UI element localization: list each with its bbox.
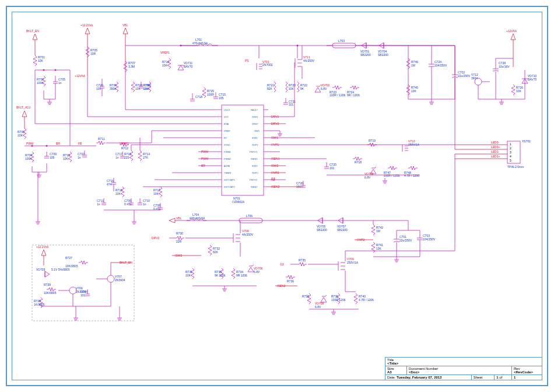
svg-text:G2: G2 bbox=[280, 262, 284, 266]
svg-text:9K: 9K bbox=[300, 87, 304, 90]
svg-text:4: 4 bbox=[510, 155, 511, 158]
svg-text:104/250V: 104/250V bbox=[434, 64, 447, 67]
svg-text:6.8V: 6.8V bbox=[364, 176, 371, 179]
svg-text:10R: 10R bbox=[90, 52, 96, 55]
r729: R72910K/0805 bbox=[44, 283, 57, 295]
svg-text:470uH/0.5A: 470uH/0.5A bbox=[192, 41, 208, 45]
r736: R736 bbox=[286, 275, 295, 283]
svg-text:BAV70: BAV70 bbox=[184, 65, 192, 68]
l701: L701 470uH/0.5A bbox=[181, 38, 218, 46]
svg-text:ISW2: ISW2 bbox=[252, 164, 258, 167]
v708: V7084A/250V bbox=[233, 220, 254, 257]
svg-text:DRV2: DRV2 bbox=[252, 123, 258, 125]
r739: R739100R 1206 bbox=[331, 293, 346, 304]
c718: C718 bbox=[190, 93, 202, 101]
flag-bklt-en: BKLT_EN bbox=[26, 29, 39, 55]
svg-text:VBL: VBL bbox=[176, 216, 182, 220]
svg-text:R736: R736 bbox=[287, 279, 294, 283]
svg-text:10K: 10K bbox=[115, 192, 121, 195]
svg-text:R719: R719 bbox=[369, 139, 376, 142]
svg-text:250V/1A: 250V/1A bbox=[347, 261, 359, 264]
v701: V7012N7002 bbox=[257, 60, 273, 70]
svg-text:22R: 22R bbox=[176, 240, 182, 243]
svg-text:101: 101 bbox=[80, 293, 86, 297]
svg-text:G1: G1 bbox=[271, 177, 275, 180]
r723: R723120R / 1206 bbox=[329, 86, 345, 97]
r731: R73110K bbox=[185, 268, 194, 279]
svg-text:5.1V 5%/0805: 5.1V 5%/0805 bbox=[51, 268, 70, 271]
svg-text:OVP2: OVP2 bbox=[252, 172, 258, 174]
svg-text:3904: 3904 bbox=[471, 76, 478, 80]
vd707: VD707SB2200 bbox=[337, 218, 348, 232]
svg-text:R718: R718 bbox=[355, 160, 362, 164]
svg-text:R727: R727 bbox=[65, 256, 72, 260]
svg-text:225: 225 bbox=[124, 156, 129, 159]
titleblock: Title<Title> SizeA3 Document Number<Doc>… bbox=[385, 357, 542, 380]
svg-text:101: 101 bbox=[289, 103, 294, 106]
svg-text:6.8V: 6.8V bbox=[315, 305, 321, 309]
c728: C72810u/16V bbox=[493, 58, 510, 99]
svg-text:SB2200: SB2200 bbox=[337, 228, 348, 232]
r726: R72610K bbox=[511, 85, 523, 95]
r742: R7421M bbox=[371, 225, 383, 235]
svg-text:10K: 10K bbox=[289, 87, 294, 90]
svg-text:+12VAA: +12VAA bbox=[75, 74, 86, 78]
svg-text:10K: 10K bbox=[38, 59, 44, 62]
svg-text:100K: 100K bbox=[25, 157, 32, 160]
svg-text:22u/250V: 22u/250V bbox=[399, 239, 412, 242]
c726: C726101 bbox=[296, 181, 306, 188]
svg-text:100K: 100K bbox=[37, 81, 44, 85]
svg-text:DRV1: DRV1 bbox=[252, 116, 258, 118]
r722: R7229K bbox=[297, 82, 307, 92]
ic-n701: N701 OZ9902A UVLSFAULT VCCDRV1 ENADRV2 V… bbox=[217, 105, 268, 204]
r717: R71710K bbox=[153, 187, 162, 197]
svg-text:2N7002: 2N7002 bbox=[262, 63, 273, 66]
svg-text:LED0+: LED0+ bbox=[491, 145, 500, 149]
svg-text:R729: R729 bbox=[44, 283, 51, 286]
svg-text:1n: 1n bbox=[115, 156, 119, 159]
xs701: XS701 TPIN-2.0mm LED0- LED0+ LED1- LED1+… bbox=[455, 139, 531, 169]
svg-point-131 bbox=[55, 69, 57, 71]
r720: R72010K bbox=[286, 82, 296, 92]
svg-text:101: 101 bbox=[296, 185, 301, 188]
svg-text:TIMER: TIMER bbox=[224, 172, 232, 174]
c724: C724104/250V bbox=[429, 46, 447, 99]
svg-text:SYNC: SYNC bbox=[224, 144, 230, 146]
vd701: VD701SB2200 bbox=[360, 43, 371, 57]
svg-text:VREF1: VREF1 bbox=[160, 51, 170, 54]
svg-text:10K/0805: 10K/0805 bbox=[44, 291, 57, 295]
svg-text:82K: 82K bbox=[213, 250, 219, 254]
svg-text:10K: 10K bbox=[516, 89, 522, 93]
vd711: VD711BAV70 bbox=[178, 61, 193, 70]
svg-text:PS: PS bbox=[245, 59, 249, 62]
c703: C703104/250V bbox=[417, 230, 436, 257]
flag-12vaa: +12VAA bbox=[506, 29, 517, 67]
svg-text:ADIM: ADIM bbox=[224, 164, 230, 167]
c701: C70122u/250V bbox=[394, 230, 412, 257]
r715: R71510K bbox=[63, 152, 72, 162]
svg-text:390K: 390K bbox=[110, 87, 117, 90]
svg-text:470uH/0.5A: 470uH/0.5A bbox=[190, 216, 205, 220]
svg-text:0.47u: 0.47u bbox=[124, 202, 132, 206]
svg-text:R735: R735 bbox=[299, 258, 306, 262]
c706: C7060.47u bbox=[124, 198, 134, 206]
svg-text:105: 105 bbox=[219, 96, 224, 100]
l706: L706 bbox=[239, 214, 262, 223]
r710: R71010K bbox=[162, 58, 171, 69]
svg-text:9R 1206: 9R 1206 bbox=[236, 274, 247, 277]
svg-text:82K: 82K bbox=[267, 87, 273, 90]
vd708: VD7086.8V bbox=[315, 295, 327, 309]
svg-text:BKLT_ADJ: BKLT_ADJ bbox=[16, 106, 31, 109]
svg-point-438 bbox=[107, 275, 114, 282]
c720: C720105 bbox=[96, 79, 104, 96]
flag-12vsb-2: +12.2Vsb bbox=[36, 245, 48, 265]
vd709: VD7096.8V bbox=[364, 167, 376, 179]
svg-text:10K/0805: 10K/0805 bbox=[65, 264, 78, 268]
svg-text:C718: C718 bbox=[195, 95, 202, 99]
svg-text:4A/250V: 4A/250V bbox=[242, 233, 254, 236]
r740: R7404.7R / 1206 bbox=[354, 293, 374, 304]
c708: C7080.47u bbox=[153, 203, 163, 211]
svg-text:474: 474 bbox=[107, 183, 112, 186]
vd705: VD705SB2200 bbox=[317, 218, 327, 232]
svg-text:OVP1: OVP1 bbox=[252, 144, 258, 146]
